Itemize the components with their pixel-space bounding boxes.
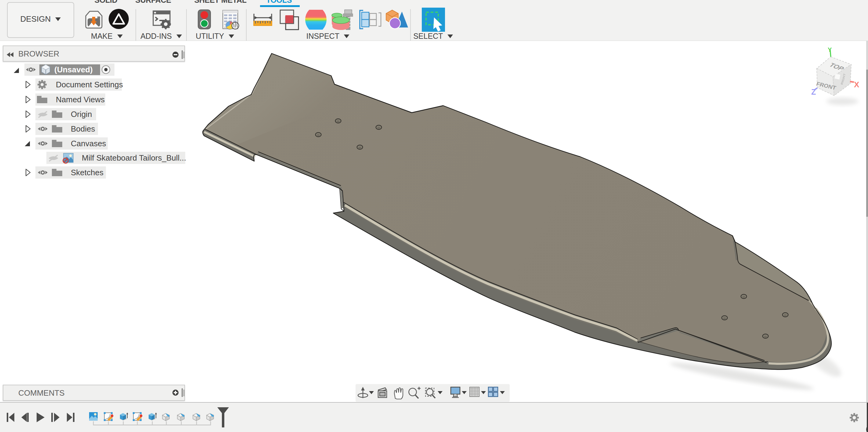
svg-text:Z: Z <box>811 88 816 96</box>
svg-text:X: X <box>854 80 860 89</box>
svg-text:Y: Y <box>828 47 832 53</box>
